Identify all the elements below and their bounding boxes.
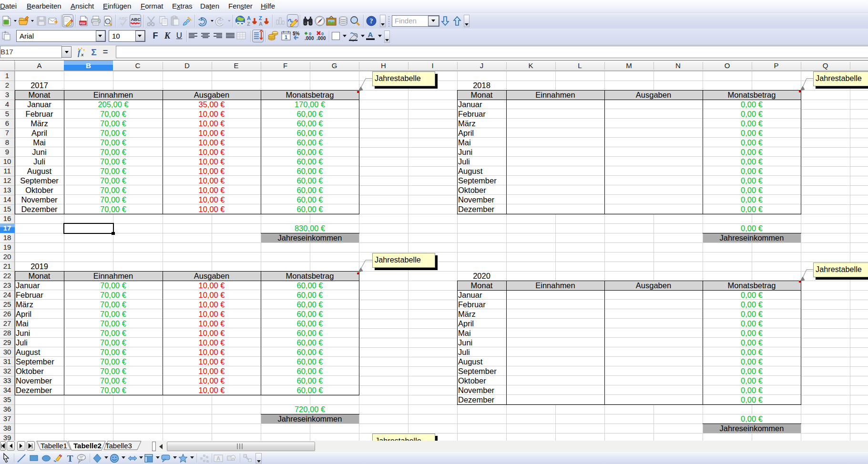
svg-text:?: ? (370, 18, 373, 25)
svg-text:x: x (81, 51, 84, 57)
svg-text:A: A (216, 455, 221, 462)
svg-text:Tabelle1: Tabelle1 (41, 442, 67, 450)
svg-text:PDF: PDF (80, 22, 86, 25)
svg-text:T: T (67, 454, 73, 464)
svg-text:.000: .000 (305, 36, 314, 41)
svg-text:Z: Z (259, 15, 262, 21)
svg-text:1: 1 (285, 34, 287, 40)
svg-text:f: f (78, 49, 81, 57)
svg-text:$%: $% (293, 31, 300, 36)
svg-text:Tabelle3: Tabelle3 (105, 442, 132, 450)
svg-text:A: A (368, 30, 373, 39)
svg-text:A: A (259, 21, 263, 27)
svg-text:A: A (247, 15, 251, 21)
svg-text:Tabelle2: Tabelle2 (73, 442, 102, 450)
svg-text:ABC: ABC (119, 16, 128, 21)
svg-text:Z: Z (247, 21, 250, 27)
svg-text:ABC: ABC (131, 17, 141, 22)
svg-text:.000: .000 (317, 36, 326, 41)
